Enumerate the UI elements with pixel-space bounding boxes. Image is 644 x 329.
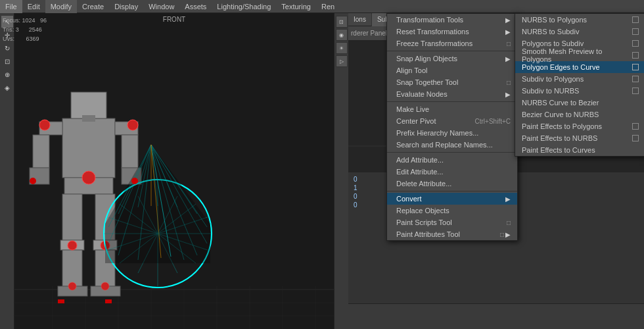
ch-label-0: 0 <box>354 176 357 183</box>
dd-snap-together-tool[interactable]: Snap Together Tool □ <box>387 76 517 88</box>
dd-add-attribute[interactable]: Add Attribute... <box>387 154 517 166</box>
dd-align-tool[interactable]: Align Tool <box>387 64 517 76</box>
box-icon-1 <box>632 28 639 35</box>
box-icon-3 <box>632 52 639 59</box>
menu-texturing[interactable]: Texturing <box>276 0 316 13</box>
arrow-icon-3: ▶ <box>505 55 511 63</box>
menu-edit[interactable]: Edit <box>22 0 45 13</box>
modify-dropdown: Transformation Tools ▶ Reset Transformat… <box>386 13 518 241</box>
separator-1 <box>387 51 517 51</box>
arrow-icon-14: ▶ <box>505 195 511 203</box>
dd-edit-attribute[interactable]: Edit Attribute... <box>387 166 517 178</box>
vp-right-toolbar: ⊡ ◉ ☀ ▷ <box>334 13 348 329</box>
svg-rect-15 <box>82 115 95 122</box>
dd-prefix-hierarchy-names[interactable]: Prefix Hierarchy Names... <box>387 127 517 139</box>
dd-convert[interactable]: Convert ▶ <box>387 193 517 205</box>
separator-2 <box>387 101 517 102</box>
shortcut-16: □ <box>507 219 511 226</box>
dd-reset-transformations[interactable]: Reset Transformations ▶ <box>387 26 517 38</box>
shortcut-5: □ <box>507 79 511 86</box>
ch-label-1: 1 <box>354 184 357 191</box>
svg-rect-23 <box>62 194 82 240</box>
svg-point-74 <box>30 178 36 184</box>
box-icon-9 <box>632 123 639 130</box>
svg-point-31 <box>39 120 50 130</box>
sub-subdiv-to-nurbs[interactable]: Subdiv to NURBS <box>515 85 644 97</box>
box-icon-2 <box>632 40 639 47</box>
menu-file[interactable]: File <box>0 0 22 13</box>
menu-display[interactable]: Display <box>109 0 143 13</box>
svg-point-34 <box>68 241 77 250</box>
svg-rect-17 <box>33 135 49 168</box>
dd-freeze-transformations[interactable]: Freeze Transformations □ <box>387 38 517 49</box>
left-viewport: Focus: 1024 96 Tris: 3 2546 Uvs: 6369 FR… <box>0 13 348 329</box>
menubar: File Edit Modify Create Display Window A… <box>0 0 644 13</box>
ch-label-3: 0 <box>354 201 357 209</box>
dd-paint-attrs-icons: □ ▶ <box>500 231 511 238</box>
camera-icon[interactable]: ⊡ <box>336 16 348 28</box>
svg-point-36 <box>68 282 76 290</box>
separator-3 <box>387 152 517 153</box>
shortcut-8: Ctrl+Shift+C <box>475 118 511 125</box>
dd-snap-align-objects[interactable]: Snap Align Objects ▶ <box>387 53 517 64</box>
box-icon-0 <box>632 16 639 23</box>
sub-paint-effects-to-polygons[interactable]: Paint Effects to Polygons <box>515 120 644 132</box>
dd-paint-attributes-tool[interactable]: Paint Attributes Tool □ ▶ <box>387 228 517 240</box>
menu-modify[interactable]: Modify <box>45 0 77 13</box>
tris-value: Tris: 3 2546 <box>3 25 47 34</box>
menu-lighting-shading[interactable]: Lighting/Shading <box>212 0 276 13</box>
menu-assets[interactable]: Assets <box>179 0 212 13</box>
dd-center-pivot[interactable]: Center Pivot Ctrl+Shift+C <box>387 115 517 127</box>
dd-evaluate-nodes[interactable]: Evaluate Nodes ▶ <box>387 88 517 100</box>
svg-rect-72 <box>58 299 64 303</box>
ch-label-2: 0 <box>354 193 357 200</box>
shortcut-2: □ <box>507 40 511 47</box>
uvs-value: Uvs: 6369 <box>3 34 47 43</box>
svg-rect-13 <box>62 118 115 178</box>
arrow-icon-6: ▶ <box>505 91 511 98</box>
dd-delete-attribute[interactable]: Delete Attribute... <box>387 178 517 190</box>
menu-ren[interactable]: Ren <box>316 0 340 13</box>
sub-paint-effects-to-nurbs[interactable]: Paint Effects to NURBS <box>515 132 644 144</box>
lighting-icon[interactable]: ☀ <box>336 42 348 54</box>
svg-point-37 <box>101 282 109 290</box>
sub-smooth-mesh-preview[interactable]: Smooth Mesh Preview to Polygons <box>515 49 644 61</box>
svg-rect-73 <box>105 299 112 303</box>
sub-subdiv-to-polygons[interactable]: Subdiv to Polygons <box>515 73 644 85</box>
box-icon-6 <box>632 88 639 94</box>
viewport-info: Focus: 1024 96 Tris: 3 2546 Uvs: 6369 <box>3 16 47 43</box>
dd-transformation-tools[interactable]: Transformation Tools ▶ <box>387 14 517 26</box>
sub-nurbs-curve-to-bezier[interactable]: NURBS Curve to Bezier <box>515 97 644 109</box>
box-icon-5 <box>632 76 639 82</box>
arrow-icon-1: ▶ <box>505 28 511 36</box>
viewport-label: FRONT <box>163 16 185 23</box>
sub-nurbs-to-polygons[interactable]: NURBS to Polygons <box>515 14 644 26</box>
scene-svg <box>0 13 348 329</box>
box-icon-10 <box>632 135 639 141</box>
render-icon[interactable]: ▷ <box>336 55 348 67</box>
dd-paint-scripts-tool[interactable]: Paint Scripts Tool □ <box>387 216 517 228</box>
svg-point-75 <box>131 178 138 184</box>
sub-nurbs-to-subdiv[interactable]: NURBS to Subdiv <box>515 26 644 38</box>
dd-replace-objects[interactable]: Replace Objects <box>387 205 517 216</box>
focus-value: Focus: 1024 96 <box>3 16 47 25</box>
arrow-icon-0: ▶ <box>505 16 511 24</box>
toolbar-rderer-label: rderer Panels <box>351 30 390 37</box>
svg-rect-14 <box>71 92 106 118</box>
menu-create[interactable]: Create <box>77 0 109 13</box>
svg-point-33 <box>82 171 95 184</box>
svg-rect-27 <box>62 250 82 286</box>
box-icon-4 <box>632 64 639 70</box>
svg-rect-19 <box>122 135 138 168</box>
svg-point-32 <box>127 120 138 130</box>
convert-submenu: NURBS to Polygons NURBS to Subdiv Polygo… <box>515 13 644 157</box>
sub-paint-effects-to-curves[interactable]: Paint Effects to Curves <box>515 144 644 156</box>
separator-4 <box>387 191 517 191</box>
menu-window[interactable]: Window <box>143 0 179 13</box>
sub-bezier-curve-to-nurbs[interactable]: Bezier Curve to NURBS <box>515 109 644 120</box>
dd-make-live[interactable]: Make Live <box>387 103 517 115</box>
dd-search-replace[interactable]: Search and Replace Names... <box>387 139 517 151</box>
tab-ions[interactable]: Ions <box>348 13 372 26</box>
shading-icon[interactable]: ◉ <box>336 29 348 41</box>
